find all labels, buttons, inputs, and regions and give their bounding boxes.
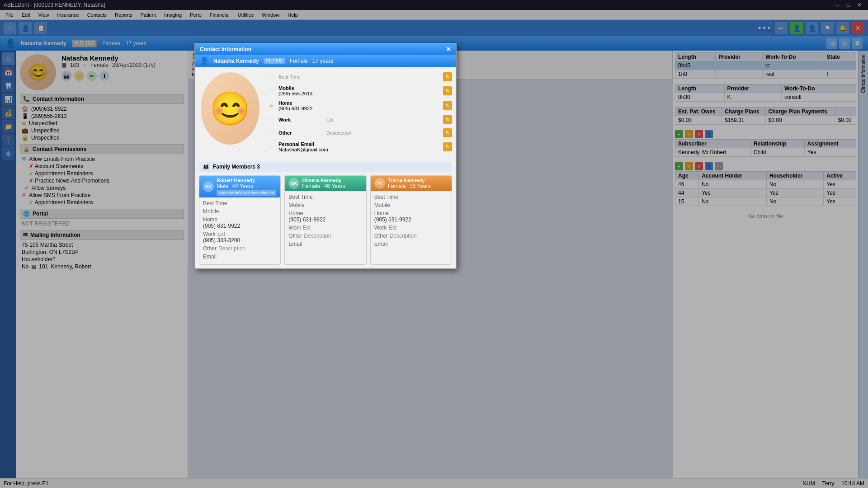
star-other[interactable]: ☆ xyxy=(269,130,276,136)
family-avatar-tk: TK xyxy=(374,178,385,189)
family-card-trisha-header: TK Trisha Kennedy Female 15 Years xyxy=(371,176,452,191)
home-label: Home xyxy=(278,100,324,106)
robert-badge: Account Holder & Householder xyxy=(217,190,276,196)
modal-overlay: Contact Information ✕ 👤 Natasha Kennedy … xyxy=(0,0,868,488)
family-card-robert: RK Robert Kennedy Male 44 Years Account … xyxy=(199,175,281,265)
email-field-group: Personal Email NatashaK@gmail.com xyxy=(278,141,324,152)
modal-gender: Female xyxy=(290,58,308,64)
trisha-other: Other Description xyxy=(374,233,448,239)
trisha-best-time: Best Time xyxy=(374,194,448,200)
olivera-home: Home (905) 631-9922 xyxy=(288,210,362,223)
edit-other-button[interactable]: ✎ xyxy=(443,128,452,137)
mobile-row: ☆ Mobile (289) 555-2613 ✎ xyxy=(269,84,452,99)
family-avatar-rk: RK xyxy=(203,181,214,192)
star-best-time[interactable]: ☆ xyxy=(269,74,276,80)
modal-pid-badge: PID 103 xyxy=(264,58,285,64)
family-header-text: Family Members 3 xyxy=(213,164,260,170)
edit-best-time-button[interactable]: ✎ xyxy=(443,72,452,81)
other-field-group: Other xyxy=(278,130,324,136)
modal-patient-header: 👤 Natasha Kennedy PID 103 Female 17 year… xyxy=(195,55,456,67)
edit-email-button[interactable]: ✎ xyxy=(443,142,452,151)
modal-patient-name: Natasha Kennedy xyxy=(213,58,259,64)
best-time-label: Best Time xyxy=(278,74,324,80)
trisha-home: Home (905) 631-9922 xyxy=(374,210,448,223)
modal-close-button[interactable]: ✕ xyxy=(446,46,451,53)
trisha-sub: Female 15 Years xyxy=(388,183,431,189)
robert-name: Robert Kennedy xyxy=(217,178,276,183)
modal-photo-section: 😊 xyxy=(195,67,265,158)
modal-title-bar: Contact Information ✕ xyxy=(195,44,456,55)
email-field-value: NatashaK@gmail.com xyxy=(278,147,324,152)
work-ext: Ext xyxy=(326,117,440,122)
star-home[interactable]: ★ xyxy=(269,102,276,109)
family-card-robert-header: RK Robert Kennedy Male 44 Years Account … xyxy=(199,176,280,197)
other-desc: Description xyxy=(326,130,440,136)
family-card-olivera: OK Olivera Kennedy Female 46 Years xyxy=(284,175,366,265)
family-avatar-ok: OK xyxy=(288,178,299,189)
robert-sub: Male 44 Years xyxy=(217,183,276,189)
edit-work-button[interactable]: ✎ xyxy=(443,115,452,124)
trisha-work: Work Ext xyxy=(374,225,448,231)
family-card-olivera-body: Best Time Mobile Home (905) 631-9922 xyxy=(285,191,366,252)
robert-work: Work Ext (905) 333-3200 xyxy=(203,231,277,244)
family-members-header: 👨‍👩‍👧 Family Members 3 xyxy=(199,162,452,172)
star-email[interactable]: ☆ xyxy=(269,144,276,150)
robert-home: Home (905) 631-9922 xyxy=(203,216,277,229)
robert-email: Email xyxy=(203,253,277,260)
modal-contact-fields: ☆ Best Time ✎ ☆ Mobile (289) 555-2613 xyxy=(265,67,456,158)
patient-face-icon: 😊 xyxy=(210,89,250,128)
olivera-email: Email xyxy=(288,241,362,247)
email-row: ☆ Personal Email NatashaK@gmail.com ✎ xyxy=(269,140,452,154)
star-mobile[interactable]: ☆ xyxy=(269,88,276,94)
trisha-email: Email xyxy=(374,241,448,247)
work-row: ☆ Work Ext ✎ xyxy=(269,113,452,127)
family-card-trisha-body: Best Time Mobile Home (905) 631-9922 xyxy=(371,191,452,252)
edit-home-button[interactable]: ✎ xyxy=(443,101,452,110)
olivera-mobile: Mobile xyxy=(288,202,362,208)
trisha-name: Trisha Kennedy xyxy=(388,178,431,183)
olivera-best-time: Best Time xyxy=(288,194,362,200)
home-field-group: Home (905) 631-9922 xyxy=(278,100,324,111)
family-card-trisha-info: Trisha Kennedy Female 15 Years xyxy=(388,178,431,189)
other-row: ☆ Other Description ✎ xyxy=(269,127,452,140)
family-card-trisha: TK Trisha Kennedy Female 15 Years xyxy=(370,175,452,265)
home-value: (905) 631-9922 xyxy=(278,106,324,111)
modal-title-text: Contact Information xyxy=(200,46,251,52)
family-card-olivera-header: OK Olivera Kennedy Female 46 Years xyxy=(285,176,366,191)
work-label: Work xyxy=(278,117,324,122)
family-cards: RK Robert Kennedy Male 44 Years Account … xyxy=(199,175,452,265)
email-field-label: Personal Email xyxy=(278,141,324,147)
modal-patient-avatar: 👤 xyxy=(200,56,209,65)
edit-mobile-button[interactable]: ✎ xyxy=(443,86,452,95)
family-card-robert-body: Best Time Mobile Home (905) 631-9922 xyxy=(199,197,280,264)
work-field-group: Work xyxy=(278,117,324,122)
best-time-row: ☆ Best Time ✎ xyxy=(269,70,452,84)
family-members-section: 👨‍👩‍👧 Family Members 3 RK Robert Kennedy… xyxy=(195,158,456,268)
home-row: ★ Home (905) 631-9922 ✎ xyxy=(269,99,452,113)
olivera-name: Olivera Kennedy xyxy=(302,178,345,183)
robert-best-time: Best Time xyxy=(203,200,277,206)
olivera-sub: Female 46 Years xyxy=(302,183,345,189)
modal-body: 😊 ☆ Best Time ✎ ☆ xyxy=(195,67,456,268)
star-work[interactable]: ☆ xyxy=(269,117,276,123)
robert-mobile: Mobile xyxy=(203,208,277,215)
other-label: Other xyxy=(278,130,324,136)
family-card-robert-info: Robert Kennedy Male 44 Years Account Hol… xyxy=(217,178,276,196)
modal-photo: 😊 xyxy=(201,72,259,145)
family-icon: 👨‍👩‍👧 xyxy=(203,164,209,170)
modal-contact-main: 😊 ☆ Best Time ✎ ☆ xyxy=(195,67,456,158)
modal-age: 17 years xyxy=(312,58,333,64)
robert-other: Other Description xyxy=(203,245,277,252)
trisha-mobile: Mobile xyxy=(374,202,448,208)
olivera-other: Other Description xyxy=(288,233,362,239)
mobile-label: Mobile xyxy=(278,85,324,91)
mobile-field-group: Mobile (289) 555-2613 xyxy=(278,85,324,96)
contact-info-modal: Contact Information ✕ 👤 Natasha Kennedy … xyxy=(194,43,457,269)
olivera-work: Work Ext xyxy=(288,225,362,231)
family-card-olivera-info: Olivera Kennedy Female 46 Years xyxy=(302,178,345,189)
mobile-value: (289) 555-2613 xyxy=(278,91,324,96)
